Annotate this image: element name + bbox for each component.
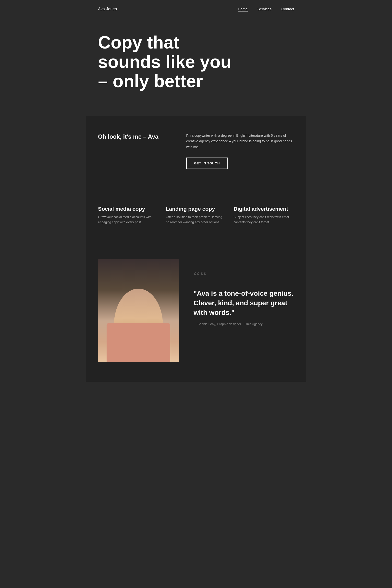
service-title-landing: Landing page copy: [166, 206, 226, 212]
nav-link-home[interactable]: Home: [238, 7, 248, 12]
testimonial-content: ““ "Ava is a tone-of-voice genius. Cleve…: [194, 259, 294, 326]
service-desc-digital: Subject lines they can't resist with ema…: [234, 214, 294, 225]
services-section: Social media copy Grow your social media…: [86, 186, 306, 244]
about-right: I'm a copywriter with a degree in Englis…: [186, 133, 294, 169]
service-desc-social: Grow your social media accounts with eng…: [98, 214, 158, 225]
hero-headline: Copy that sounds like you – only better: [98, 33, 245, 91]
nav-item-home[interactable]: Home: [238, 7, 248, 11]
about-heading: Oh look, it's me – Ava: [98, 133, 166, 140]
about-section: Oh look, it's me – Ava I'm a copywriter …: [86, 116, 306, 186]
quote-mark-icon: ““: [194, 269, 294, 284]
services-grid: Social media copy Grow your social media…: [98, 201, 294, 225]
nav-logo[interactable]: Ava Jones: [98, 7, 117, 11]
get-in-touch-button[interactable]: GET IN TOUCH: [186, 158, 228, 169]
nav-item-contact[interactable]: Contact: [281, 7, 294, 11]
service-card-landing: Landing page copy Offer a solution to th…: [166, 201, 226, 225]
about-left: Oh look, it's me – Ava: [98, 133, 166, 140]
nav-link-services[interactable]: Services: [258, 7, 272, 11]
service-title-digital: Digital advertisement: [234, 206, 294, 212]
testimonial-quote: "Ava is a tone-of-voice genius. Clever, …: [194, 288, 294, 318]
testimonial-attribution: — Sophie Gray, Graphic designer – Obis A…: [194, 322, 294, 326]
service-desc-landing: Offer a solution to their problem, leavi…: [166, 214, 226, 225]
nav-link-contact[interactable]: Contact: [281, 7, 294, 11]
service-card-social: Social media copy Grow your social media…: [98, 201, 158, 225]
service-title-social: Social media copy: [98, 206, 158, 212]
nav-item-services[interactable]: Services: [258, 7, 272, 11]
navigation: Ava Jones Home Services Contact: [86, 0, 306, 18]
testimonial-image: [98, 259, 179, 362]
about-description: I'm a copywriter with a degree in Englis…: [186, 133, 294, 150]
nav-links: Home Services Contact: [238, 7, 294, 11]
testimonial-section: ““ "Ava is a tone-of-voice genius. Cleve…: [86, 244, 306, 382]
service-card-digital: Digital advertisement Subject lines they…: [234, 201, 294, 225]
hero-section: Copy that sounds like you – only better: [86, 18, 306, 116]
